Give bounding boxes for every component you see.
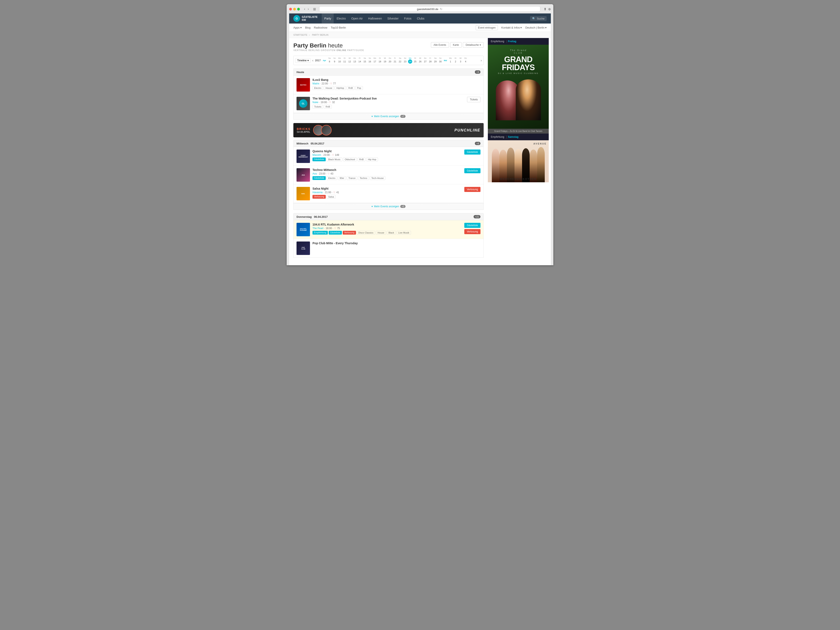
minimize-button[interactable] — [293, 8, 296, 11]
tag-rnb[interactable]: RnB — [347, 86, 354, 90]
date-so30[interactable]: So30 — [438, 57, 442, 64]
date-sa22[interactable]: Sa22 — [398, 57, 402, 64]
nav-electro[interactable]: Electro — [334, 13, 348, 24]
tag-rnb3[interactable]: RnB — [358, 158, 365, 161]
tag-gasteliste-techno[interactable]: Gästeliste — [313, 176, 326, 180]
date-so16[interactable]: So16 — [368, 57, 372, 64]
nav-radioshow[interactable]: Radioshow — [314, 26, 327, 29]
tag-rnb2[interactable]: RnB — [324, 105, 332, 109]
forward-button[interactable]: › — [307, 7, 309, 11]
date-mi19[interactable]: Mi19 — [383, 57, 387, 64]
date-di18[interactable]: Di18 — [378, 57, 382, 64]
nav-top10[interactable]: Top10 Berlin — [331, 26, 346, 29]
more-events-heute[interactable]: ▾ Mehr Events anzeigen +7 — [294, 113, 484, 120]
date-sa29[interactable]: Sa29 — [433, 57, 437, 64]
tag-empfehlung-rtl[interactable]: Empfehlung — [313, 231, 328, 235]
date-so9[interactable]: So9 — [332, 57, 336, 64]
date-mi26[interactable]: Mi26 — [418, 57, 422, 64]
tag-tickets[interactable]: Tickets — [313, 105, 323, 109]
timeline-next[interactable]: › — [481, 58, 482, 62]
tag-black-music[interactable]: Black Music — [327, 158, 342, 161]
maximize-button[interactable] — [297, 8, 300, 11]
tag-trance[interactable]: Trance — [347, 176, 357, 180]
date-mo17[interactable]: Mo17 — [373, 57, 377, 64]
share-button[interactable]: ⬆ — [544, 7, 546, 11]
tag-pop[interactable]: Pop — [355, 86, 363, 90]
all-events-button[interactable]: Alle Events — [431, 42, 449, 48]
nav-fotos[interactable]: Fotos — [401, 13, 414, 24]
gasteliste-button-rtl[interactable]: Gästeliste — [464, 223, 480, 228]
url-bar[interactable]: gaesteliste030.de ↻ — [319, 6, 540, 12]
more-events-mittwoch[interactable]: ▾ Mehr Events anzeigen +5 — [294, 203, 484, 210]
date-di25[interactable]: Di25 — [413, 57, 417, 64]
nav-language[interactable]: Deutsch | Berlin ▾ — [525, 26, 546, 29]
tag-house2[interactable]: House — [376, 231, 386, 235]
reload-icon[interactable]: ↻ — [440, 7, 442, 11]
date-do13[interactable]: Do13 — [352, 57, 357, 64]
tag-verlosung-rtl[interactable]: Verlosung — [343, 231, 356, 235]
event-venue-havanna[interactable]: Havanna — [313, 191, 322, 194]
tag-salsa[interactable]: Salsa — [327, 195, 336, 199]
nav-clubs[interactable]: Clubs — [414, 13, 427, 24]
back-button[interactable]: ‹ — [303, 7, 306, 11]
tag-techno2[interactable]: Techno — [358, 176, 369, 180]
search-bar[interactable]: 🔍 Suche — [530, 16, 546, 21]
tag-electro2[interactable]: Electro — [327, 176, 337, 180]
tag-verlosung-salsa[interactable]: Verlosung — [313, 195, 326, 199]
date-fr21[interactable]: Fr21 — [393, 57, 397, 64]
nav-apps[interactable]: Apps ▾ — [294, 26, 302, 29]
bricks-banner[interactable]: BRICKS SA 08.APRIL PUNCHLINE — [294, 123, 484, 137]
tag-live-musik[interactable]: Live Musik — [397, 231, 411, 235]
date-sa8[interactable]: Sa8 — [327, 57, 332, 64]
tag-gasteliste-queens[interactable]: Gästeliste — [313, 158, 326, 161]
tag-house[interactable]: House — [324, 86, 334, 90]
gasteliste-button-techno[interactable]: Gästeliste — [464, 168, 480, 173]
close-button[interactable] — [289, 8, 292, 11]
event-eintragen-button[interactable]: Event eintragen — [476, 25, 498, 30]
date-fr14[interactable]: Fr14 — [358, 57, 362, 64]
date-di11[interactable]: Di11 — [343, 57, 347, 64]
date-mai2[interactable]: Di2 — [453, 57, 458, 64]
sidebar-toggle[interactable]: ⊞ — [313, 7, 316, 11]
breadcrumb-home[interactable]: STARTSEITE — [294, 33, 308, 36]
date-do27[interactable]: Do27 — [423, 57, 427, 64]
timeline-dropdown[interactable]: Timeline ▾ — [295, 58, 311, 63]
new-tab-button[interactable]: ⊕ — [548, 7, 551, 11]
tag-hiphop[interactable]: HipHop — [335, 86, 346, 90]
date-fr28[interactable]: Fr28 — [428, 57, 433, 64]
tag-disco-classics[interactable]: Disco Classics — [357, 231, 375, 235]
date-mi12[interactable]: Mi12 — [347, 57, 352, 64]
date-do20[interactable]: Do20 — [388, 57, 392, 64]
nav-blog[interactable]: Blog — [305, 26, 311, 29]
tickets-button-walking-dead[interactable]: Tickets — [467, 97, 480, 102]
date-mo10[interactable]: Mo10 — [338, 57, 342, 64]
tag-90er[interactable]: 90er — [338, 176, 346, 180]
nav-halloween[interactable]: Halloween — [366, 13, 384, 24]
tag-oldschool[interactable]: Oldschool — [343, 158, 357, 161]
date-sa15[interactable]: Sa15 — [363, 57, 367, 64]
tag-gasteliste-rtl[interactable]: Gästeliste — [328, 231, 342, 235]
site-logo[interactable]: G GÄSTELISTE 030 — [294, 15, 317, 22]
event-venue-ava[interactable]: Ava — [313, 172, 317, 175]
tag-electro[interactable]: Electro — [313, 86, 323, 90]
date-mai4[interactable]: Do4 — [463, 57, 468, 64]
event-venue-maxxim[interactable]: Maxxim — [313, 153, 321, 156]
tag-black[interactable]: Black — [387, 231, 396, 235]
date-so23[interactable]: So23 — [403, 57, 407, 64]
samstag-image[interactable]: AVENUE MÄDCHENDISKOTHEK — [488, 140, 549, 182]
tag-tech-house[interactable]: Tech-House — [370, 176, 385, 180]
tag-hiphop2[interactable]: Hip Hop — [366, 158, 378, 161]
event-venue-nuke[interactable]: Nuke — [313, 101, 318, 104]
nav-party[interactable]: Party — [322, 13, 334, 24]
nav-kontakt[interactable]: Kontakt & Infos ▾ — [501, 26, 522, 29]
gasteliste-button-queens[interactable]: Gästeliste — [464, 150, 480, 155]
timeline-prev[interactable]: ‹ — [312, 58, 313, 62]
nav-silvester[interactable]: Silvester — [385, 13, 401, 24]
verlosung-button-rtl[interactable]: Verlosung — [464, 229, 480, 234]
verlosung-button-salsa[interactable]: Verlosung — [464, 187, 480, 192]
map-button[interactable]: Karte — [450, 42, 462, 48]
date-mai1[interactable]: Mo1 — [448, 57, 453, 64]
grand-fridays-image[interactable]: The Grand CLUB GRANDFRIDAYS DJ & LIVE MU… — [488, 45, 549, 129]
event-venue-pearl[interactable]: The Pearl — [313, 227, 324, 230]
event-venue-iluv2bang[interactable]: Matrix — [313, 82, 319, 85]
